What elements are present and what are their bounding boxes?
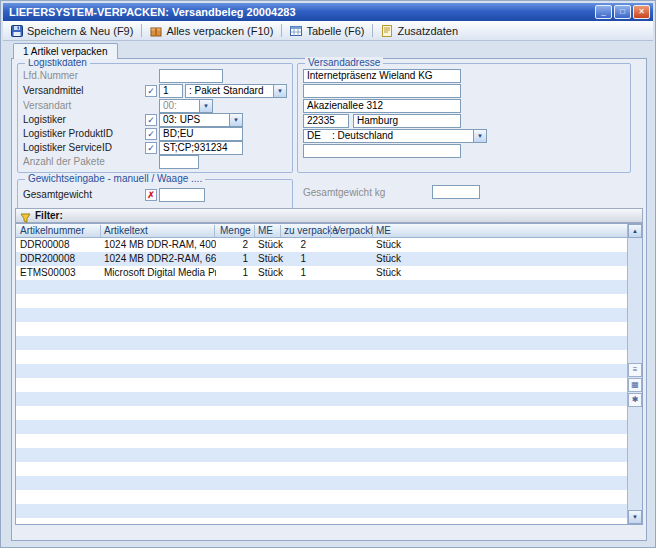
cell-artikeltext: Microsoft Digital Media Pro Keyboard (104, 266, 216, 280)
cell-zu-verpacken: 2 (278, 238, 306, 252)
logistiker-produktid-label: Logistiker ProduktID (23, 127, 113, 141)
grid-option-button-1[interactable]: ≡ (628, 363, 642, 377)
save-new-label: Speichern & Neu (F9) (27, 25, 133, 37)
toolbar-separator (281, 24, 282, 37)
table-row[interactable]: DDR200008 1024 MB DDR2-RAM, 667 MHz, PC2… (16, 252, 627, 266)
grid-option-button-2[interactable]: ▦ (628, 378, 642, 392)
adresse-plz-field[interactable]: 22335 (303, 114, 349, 128)
grid-option-button-3[interactable]: ✱ (628, 393, 642, 407)
column-header-artikeltext[interactable]: Artikeltext (104, 224, 148, 238)
save-new-button[interactable]: Speichern & Neu (F9) (6, 22, 138, 39)
cell-me2: Stück (376, 266, 426, 280)
table-row-empty[interactable] (16, 434, 627, 448)
table-row[interactable]: DDR00008 1024 MB DDR-RAM, 400 MHz, PC-32… (16, 238, 627, 252)
column-separator (100, 225, 101, 237)
gesamtgewicht-field[interactable] (159, 188, 205, 202)
table-row-empty[interactable] (16, 420, 627, 434)
form-icon (381, 25, 393, 37)
logistiker-produktid-value: BD;EU (163, 128, 239, 140)
table-row-empty[interactable] (16, 364, 627, 378)
anzahl-pakete-field[interactable] (159, 155, 199, 169)
cell-verpackt (334, 252, 370, 266)
serviceid-edit-check-icon[interactable]: ✓ (145, 142, 157, 154)
logistiker-produktid-field[interactable]: BD;EU (159, 127, 243, 141)
chevron-down-icon[interactable]: ▼ (199, 100, 212, 112)
table-button[interactable]: Tabelle (F6) (285, 22, 369, 39)
table-row-empty[interactable] (16, 308, 627, 322)
adresse-ort-value: Hamburg (357, 115, 457, 127)
versandmittel-edit-check-icon[interactable]: ✓ (145, 85, 157, 97)
scroll-up-icon[interactable]: ▲ (628, 224, 642, 238)
article-table: Artikelnummer Artikeltext Menge ME zu ve… (15, 223, 643, 525)
chevron-down-icon[interactable]: ▼ (473, 130, 486, 142)
table-row-empty[interactable] (16, 336, 627, 350)
maximize-button[interactable]: □ (614, 5, 631, 19)
gesamtgewicht-value (163, 189, 201, 201)
table-row-empty[interactable] (16, 406, 627, 420)
lfd-nummer-field[interactable] (159, 69, 223, 83)
adresse-strasse-field[interactable]: Akazienallee 312 (303, 99, 461, 113)
versandadresse-group: Versandadresse Internetpräsenz Wieland K… (297, 63, 631, 173)
tab-artikel-verpacken[interactable]: 1 Artikel verpacken (13, 43, 118, 59)
table-row-empty[interactable] (16, 476, 627, 490)
gewichtseingabe-group: Gewichtseingabe - manuell / Waage .... G… (17, 179, 293, 209)
minimize-button[interactable]: _ (595, 5, 612, 19)
logistiker-combo[interactable]: 03: UPS ▼ (159, 113, 243, 127)
adresse-name2-field[interactable] (303, 84, 461, 98)
table-row-empty[interactable] (16, 294, 627, 308)
versandmittel-value-field[interactable]: 1 (159, 84, 183, 98)
gesamtgewicht-kg-value (436, 186, 476, 198)
table-row[interactable]: ETMS00003 Microsoft Digital Media Pro Ke… (16, 266, 627, 280)
toolbar-separator (141, 24, 142, 37)
logistiker-serviceid-field[interactable]: ST;CP;931234 (159, 141, 243, 155)
versandadresse-group-title: Versandadresse (305, 57, 383, 69)
produktid-edit-check-icon[interactable]: ✓ (145, 128, 157, 140)
chevron-down-icon[interactable]: ▼ (229, 114, 242, 126)
versandart-combo[interactable]: 00: ▼ (159, 99, 213, 113)
table-row-empty[interactable] (16, 392, 627, 406)
gesamtgewicht-kg-field[interactable] (432, 185, 480, 199)
table-row-empty[interactable] (16, 518, 627, 524)
adresse-zusatz-field[interactable] (303, 144, 461, 158)
versandmittel-value: 1 (163, 85, 179, 97)
adresse-ort-field[interactable]: Hamburg (353, 114, 461, 128)
table-row-empty[interactable] (16, 448, 627, 462)
vertical-scrollbar[interactable]: ▲ ≡ ▦ ✱ ▼ (627, 224, 642, 524)
logistiker-edit-check-icon[interactable]: ✓ (145, 114, 157, 126)
column-header-me2[interactable]: ME (376, 224, 391, 238)
table-row-empty[interactable] (16, 490, 627, 504)
table-row-empty[interactable] (16, 350, 627, 364)
chevron-down-icon[interactable]: ▼ (273, 85, 286, 97)
pack-all-button[interactable]: Alles verpacken (F10) (145, 22, 278, 39)
adresse-plz-value: 22335 (307, 115, 345, 127)
adresse-name1-field[interactable]: Internetpräsenz Wieland KG (303, 69, 461, 83)
adresse-land-value: DE : Deutschland (307, 130, 471, 142)
versandmittel-combo[interactable]: : Paket Standard ▼ (185, 84, 287, 98)
app-window: LIEFERSYSTEM-VERPACKEN: Versandbeleg 200… (0, 0, 656, 548)
gesamtgewicht-clear-icon[interactable]: ✗ (145, 189, 157, 201)
cell-verpackt (334, 266, 370, 280)
cell-me2: Stück (376, 238, 426, 252)
filter-bar[interactable]: Filter: (15, 208, 643, 223)
tab-panel: Logistikdaten Lfd.Nummer Versandmittel ✓… (11, 58, 647, 541)
additional-data-button[interactable]: Zusatzdaten (376, 22, 463, 39)
column-header-me1[interactable]: ME (258, 224, 273, 238)
table-row-empty[interactable] (16, 462, 627, 476)
column-header-menge[interactable]: Menge (220, 224, 251, 238)
scroll-down-icon[interactable]: ▼ (628, 510, 642, 524)
table-row-empty[interactable] (16, 504, 627, 518)
table-row-empty[interactable] (16, 280, 627, 294)
table-row-empty[interactable] (16, 322, 627, 336)
table-label: Tabelle (F6) (306, 25, 364, 37)
adresse-land-combo[interactable]: DE : Deutschland ▼ (303, 129, 487, 143)
cell-artikeltext: 1024 MB DDR-RAM, 400 MHz, PC-3200, Elixi… (104, 238, 216, 252)
titlebar[interactable]: LIEFERSYSTEM-VERPACKEN: Versandbeleg 200… (3, 3, 653, 21)
filter-funnel-icon[interactable] (20, 210, 31, 221)
toolbar-separator (372, 24, 373, 37)
table-row-empty[interactable] (16, 378, 627, 392)
column-header-artikelnummer[interactable]: Artikelnummer (20, 224, 84, 238)
column-separator (330, 225, 331, 237)
close-button[interactable]: ✕ (633, 5, 650, 19)
column-header-verpackt[interactable]: Verpackt (334, 224, 373, 238)
logistiker-serviceid-value: ST;CP;931234 (163, 142, 239, 154)
